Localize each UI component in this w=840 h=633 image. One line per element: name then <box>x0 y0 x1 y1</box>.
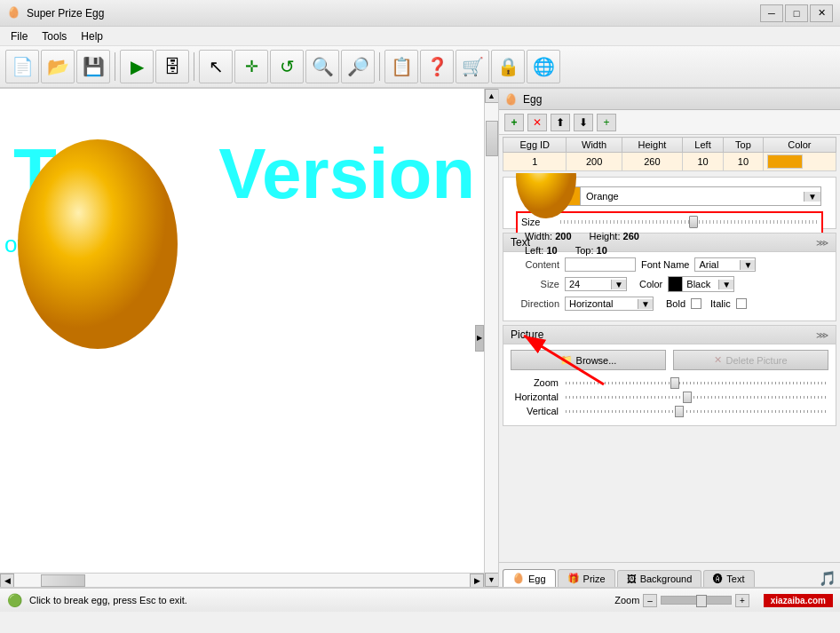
zoom-slider-thumb[interactable] <box>696 595 707 607</box>
font-color-preview <box>669 277 683 291</box>
direction-dropdown[interactable]: ▼ <box>638 299 653 309</box>
font-name-dropdown[interactable]: ▼ <box>740 260 755 270</box>
scroll-track-h[interactable] <box>14 574 470 587</box>
tab-background[interactable]: 🖼 Background <box>617 570 702 587</box>
zoom-in-button[interactable]: 🔍 <box>305 50 339 83</box>
close-button[interactable]: ✕ <box>810 4 833 22</box>
panel-icon: 🥚 <box>504 93 518 106</box>
font-name-value: Arial <box>695 258 740 271</box>
menu-tools[interactable]: Tools <box>35 28 74 44</box>
italic-label: Italic <box>710 298 731 309</box>
bold-label: Bold <box>666 298 685 309</box>
width-display: Width: 200 <box>525 231 572 241</box>
tab-text-icon: 🅐 <box>713 574 723 584</box>
canvas-scrollbar-h[interactable]: ◀ ▶ <box>0 573 484 587</box>
zoom-out-button[interactable]: 🔎 <box>341 50 375 83</box>
tab-egg-icon: 🥚 <box>512 573 525 584</box>
copy-button[interactable]: 📋 <box>384 50 418 83</box>
font-color-value: Black <box>683 278 718 290</box>
italic-checkbox[interactable] <box>736 298 747 309</box>
egg-detail-section: Color Orange ▼ Size <box>503 177 836 229</box>
new-button[interactable]: 📄 <box>5 50 39 83</box>
col-left: Left <box>683 138 724 153</box>
scroll-down-button[interactable]: ▼ <box>485 573 499 587</box>
horizontal-label: Horizontal <box>511 392 564 402</box>
move-up-button[interactable]: ⬆ <box>551 114 570 131</box>
zoom-slider[interactable] <box>661 596 732 605</box>
cell-top: 10 <box>723 153 763 171</box>
delete-item-button[interactable]: ✕ <box>527 114 547 131</box>
browse-button[interactable]: 📁 Browse... <box>511 350 666 370</box>
main-area: Tr Version oftrm.com ▲ <box>0 89 840 587</box>
zoom-track[interactable] <box>566 382 827 384</box>
play-button[interactable]: ▶ <box>120 50 154 83</box>
canvas-scrollbar-v[interactable]: ▲ ▼ <box>484 89 498 587</box>
undo-button[interactable]: ↺ <box>270 50 304 83</box>
vertical-thumb[interactable] <box>675 406 684 417</box>
canvas-area: Tr Version oftrm.com ▲ <box>0 89 498 587</box>
title-bar: 🥚 Super Prize Egg ─ □ ✕ <box>0 0 840 27</box>
egg-preview-svg <box>511 173 582 220</box>
scroll-thumb-h[interactable] <box>41 574 85 587</box>
scroll-track-v[interactable] <box>485 103 498 573</box>
panel-divider[interactable]: ▶ <box>475 325 484 352</box>
content-label: Content <box>511 259 559 270</box>
col-height: Height <box>622 138 682 153</box>
horizontal-track[interactable] <box>566 396 827 399</box>
zoom-minus-button[interactable]: – <box>643 594 657 607</box>
globe-button[interactable]: 🌐 <box>527 50 560 83</box>
menu-file[interactable]: File <box>4 28 35 44</box>
font-color-dropdown[interactable]: ▼ <box>718 280 733 289</box>
toolbar-sep-2 <box>194 52 194 81</box>
corner-logo: xiazaiba.com <box>764 594 833 607</box>
content-input[interactable] <box>565 257 636 272</box>
scroll-left-button[interactable]: ◀ <box>0 574 14 588</box>
menu-help[interactable]: Help <box>74 28 110 44</box>
status-message: Click to break egg, press Esc to exit. <box>29 595 607 605</box>
zoom-label: Zoom <box>511 377 564 388</box>
add-plus-button[interactable]: + <box>597 114 616 131</box>
save-button[interactable]: 💾 <box>76 50 110 83</box>
tab-text[interactable]: 🅐 Text <box>703 570 754 587</box>
top-display: Top: 10 <box>575 245 607 256</box>
bold-checkbox[interactable] <box>691 298 701 309</box>
tab-egg[interactable]: 🥚 Egg <box>503 569 556 587</box>
table-row[interactable]: 1 200 260 10 10 <box>503 153 836 171</box>
move-down-button[interactable]: ⬇ <box>574 114 593 131</box>
content-font-row: Content Font Name Arial ▼ <box>511 257 828 272</box>
picture-section-title: Picture <box>511 328 543 341</box>
cursor-button[interactable]: ↖ <box>199 50 233 83</box>
scroll-thumb-v[interactable] <box>486 121 498 156</box>
scroll-right-button[interactable]: ▶ <box>470 574 484 588</box>
browse-icon: 📁 <box>560 354 573 366</box>
lock-button[interactable]: 🔒 <box>491 50 525 83</box>
music-icon[interactable]: 🎵 <box>819 570 836 587</box>
egg-svg <box>9 124 186 355</box>
window-controls: ─ □ ✕ <box>760 4 833 22</box>
app-title: Super Prize Egg <box>27 7 760 20</box>
horizontal-thumb[interactable] <box>683 392 692 403</box>
music-icon-area: 🎵 <box>819 570 836 587</box>
delete-picture-button[interactable]: ✕ Delete Picture <box>673 350 828 370</box>
vertical-track[interactable] <box>566 410 827 413</box>
text-section-collapse[interactable]: ⋙ <box>816 238 828 248</box>
picture-section-collapse[interactable]: ⋙ <box>816 330 828 340</box>
move-button[interactable]: ✛ <box>234 50 268 83</box>
cart-button[interactable]: 🛒 <box>456 50 489 83</box>
zoom-plus-button[interactable]: + <box>735 594 749 607</box>
height-display: Height: 260 <box>590 231 639 241</box>
direction-value: Horizontal <box>566 297 638 310</box>
help-button[interactable]: ❓ <box>420 50 454 83</box>
minimize-button[interactable]: ─ <box>760 4 783 22</box>
add-item-button[interactable]: + <box>504 114 524 131</box>
maximize-button[interactable]: □ <box>785 4 808 22</box>
zoom-area: Zoom – + <box>614 594 749 607</box>
zoom-thumb[interactable] <box>670 377 679 389</box>
vertical-slider-row: Vertical <box>511 406 828 416</box>
font-size-label: Size <box>511 279 559 289</box>
font-size-dropdown[interactable]: ▼ <box>611 280 626 289</box>
scroll-up-button[interactable]: ▲ <box>485 89 499 103</box>
open-button[interactable]: 📂 <box>41 50 75 83</box>
database-button[interactable]: 🗄 <box>155 50 189 83</box>
tab-prize[interactable]: 🎁 Prize <box>558 569 615 587</box>
